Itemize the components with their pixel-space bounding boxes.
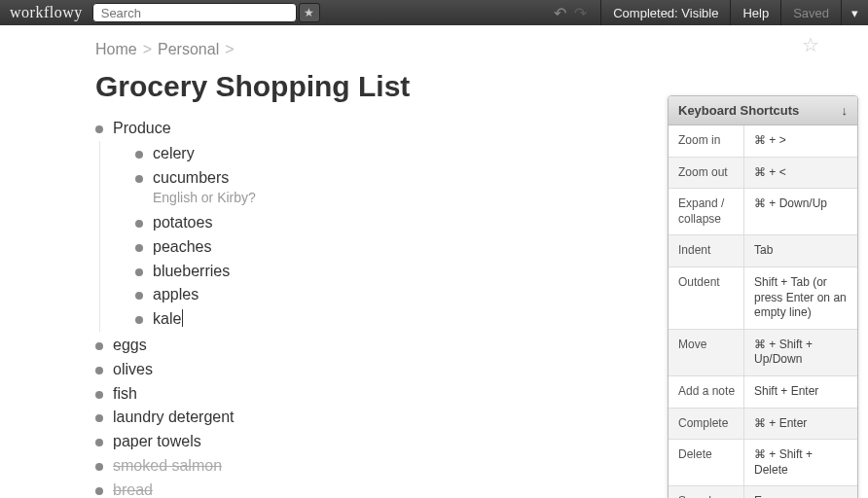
shortcut-key: ⌘ + < (744, 158, 857, 189)
arrow-down-icon: ↓ (842, 103, 849, 118)
shortcut-name: Search (669, 486, 744, 498)
star-icon: ★ (304, 6, 314, 19)
shortcut-name: Move (669, 330, 744, 375)
node-text[interactable]: apples (153, 283, 199, 307)
bullet-icon[interactable] (135, 292, 143, 300)
shortcuts-row: Delete⌘ + Shift + Delete (669, 440, 857, 486)
help-button[interactable]: Help (730, 0, 780, 25)
shortcuts-row: Add a noteShift + Enter (669, 376, 857, 409)
bullet-icon[interactable] (135, 175, 143, 183)
node-text[interactable]: paper towels (113, 430, 201, 454)
shortcuts-row: OutdentShift + Tab (or press Enter on an… (669, 267, 857, 330)
caret-down-icon: ▾ (851, 6, 858, 20)
search-wrap: ★ (92, 3, 320, 22)
shortcuts-row: Move⌘ + Shift + Up/Down (669, 330, 857, 376)
bullet-icon[interactable] (95, 487, 103, 495)
node-text[interactable]: fish (113, 382, 137, 407)
breadcrumb: Home>Personal> (0, 33, 868, 68)
redo-icon[interactable]: ↷ (574, 4, 587, 22)
bullet-icon[interactable] (95, 391, 103, 399)
undo-icon[interactable]: ↶ (554, 4, 566, 22)
shortcut-key: ⌘ + Shift + Delete (744, 440, 857, 485)
breadcrumb-item[interactable]: Home (95, 41, 137, 57)
node-text[interactable]: laundry detergent (113, 406, 235, 430)
shortcuts-title: Keyboard Shortcuts (678, 103, 799, 118)
bullet-icon[interactable] (95, 367, 103, 374)
shortcut-key: Shift + Tab (or press Enter on an empty … (744, 267, 857, 329)
undo-redo-group: ↶ ↷ (540, 4, 600, 22)
shortcut-name: Outdent (669, 267, 744, 329)
bullet-icon[interactable] (95, 342, 103, 350)
node-text[interactable]: bread (113, 479, 153, 498)
bullet-icon[interactable] (135, 316, 143, 324)
page-star-button[interactable]: ☆ (802, 33, 819, 56)
bullet-icon[interactable] (95, 125, 103, 133)
node-text[interactable]: eggs (113, 334, 147, 358)
node-text[interactable]: smoked salmon (113, 454, 222, 479)
node-text[interactable]: potatoes (153, 211, 212, 235)
topbar: workflowy ★ ↶ ↷ Completed: Visible Help … (0, 0, 868, 25)
shortcuts-row: Expand / collapse⌘ + Down/Up (669, 189, 857, 235)
bullet-icon[interactable] (135, 244, 143, 252)
shortcuts-row: Zoom out⌘ + < (669, 158, 857, 190)
shortcut-name: Complete (669, 409, 744, 440)
shortcut-name: Zoom out (669, 158, 744, 189)
shortcuts-row: Zoom in⌘ + > (669, 125, 857, 158)
shortcut-key: ⌘ + > (744, 125, 857, 157)
star-outline-icon: ☆ (802, 34, 819, 55)
node-text[interactable]: blueberries (153, 260, 230, 284)
app-logo[interactable]: workflowy (0, 4, 92, 21)
bullet-icon[interactable] (95, 414, 103, 422)
node-text[interactable]: cucumbers (153, 166, 229, 191)
shortcut-key: Tab (744, 235, 857, 267)
shortcuts-header[interactable]: Keyboard Shortcuts ↓ (669, 96, 857, 125)
shortcuts-row: IndentTab (669, 235, 857, 267)
bullet-icon[interactable] (95, 439, 103, 446)
shortcut-name: Delete (669, 440, 744, 485)
shortcuts-panel: Keyboard Shortcuts ↓ Zoom in⌘ + >Zoom ou… (668, 95, 858, 498)
shortcut-name: Indent (669, 235, 744, 267)
node-text[interactable]: kale (153, 307, 183, 332)
bullet-icon[interactable] (135, 268, 143, 276)
chevron-right-icon: > (137, 41, 158, 57)
shortcut-name: Add a note (669, 376, 744, 408)
bullet-icon[interactable] (95, 463, 103, 471)
node-text[interactable]: celery (153, 142, 195, 166)
node-text[interactable]: Produce (113, 117, 171, 141)
completed-visibility-toggle[interactable]: Completed: Visible (600, 0, 730, 25)
shortcut-key: ⌘ + Shift + Up/Down (744, 330, 857, 375)
saved-indicator: Saved (780, 0, 841, 25)
shortcuts-row: Complete⌘ + Enter (669, 409, 857, 441)
search-input[interactable] (92, 3, 297, 22)
shortcut-key: Shift + Enter (744, 376, 857, 408)
breadcrumb-item[interactable]: Personal (158, 41, 219, 57)
shortcut-key: ⌘ + Enter (744, 409, 857, 440)
node-text[interactable]: olives (113, 358, 153, 382)
shortcut-key: Escape (744, 486, 857, 498)
bullet-icon[interactable] (135, 220, 143, 228)
account-menu-button[interactable]: ▾ (841, 0, 868, 25)
bullet-icon[interactable] (135, 151, 143, 159)
node-text[interactable]: peaches (153, 235, 212, 260)
chevron-right-icon: > (219, 41, 239, 57)
shortcut-key: ⌘ + Down/Up (744, 189, 857, 234)
text-cursor (182, 309, 183, 327)
shortcut-name: Expand / collapse (669, 189, 744, 234)
shortcuts-row: SearchEscape (669, 486, 857, 498)
search-star-button[interactable]: ★ (299, 3, 320, 22)
shortcut-name: Zoom in (669, 125, 744, 157)
